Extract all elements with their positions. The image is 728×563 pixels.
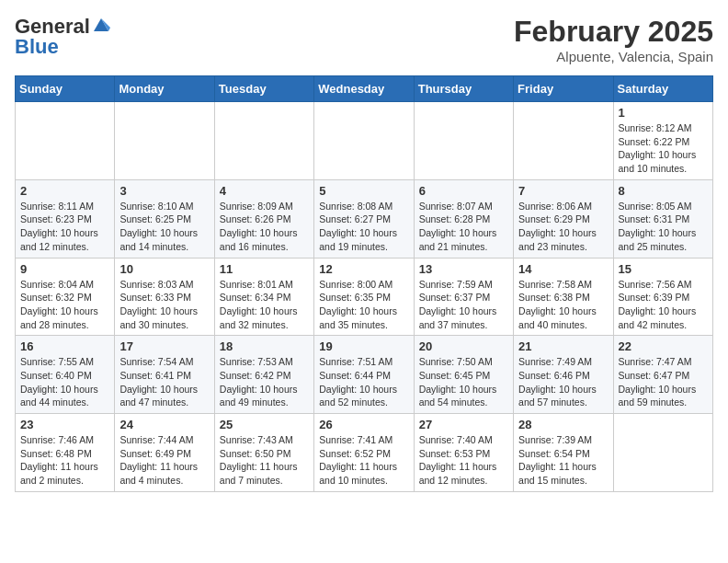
day-info: Sunrise: 8:12 AM Sunset: 6:22 PM Dayligh… — [619, 121, 708, 176]
calendar-week-row: 23Sunrise: 7:46 AM Sunset: 6:48 PM Dayli… — [16, 414, 713, 492]
calendar-cell: 23Sunrise: 7:46 AM Sunset: 6:48 PM Dayli… — [16, 414, 115, 492]
calendar-cell: 6Sunrise: 8:07 AM Sunset: 6:28 PM Daylig… — [414, 179, 513, 258]
day-number: 2 — [20, 184, 109, 198]
day-number: 26 — [319, 418, 408, 431]
calendar-cell: 8Sunrise: 8:05 AM Sunset: 6:31 PM Daylig… — [613, 179, 712, 258]
day-number: 4 — [220, 184, 309, 198]
day-info: Sunrise: 8:03 AM Sunset: 6:33 PM Dayligh… — [119, 278, 209, 332]
calendar-cell: 28Sunrise: 7:39 AM Sunset: 6:54 PM Dayli… — [514, 414, 613, 492]
day-number: 12 — [319, 262, 408, 276]
weekday-header-monday: Monday — [115, 76, 214, 102]
day-info: Sunrise: 7:49 AM Sunset: 6:46 PM Dayligh… — [518, 355, 608, 409]
weekday-header-friday: Friday — [514, 76, 613, 102]
calendar-cell: 25Sunrise: 7:43 AM Sunset: 6:50 PM Dayli… — [214, 414, 313, 492]
page-header: General Blue February 2025 Alpuente, Val… — [15, 15, 713, 64]
calendar-cell — [613, 414, 712, 492]
day-info: Sunrise: 8:07 AM Sunset: 6:28 PM Dayligh… — [419, 200, 508, 254]
calendar-cell: 26Sunrise: 7:41 AM Sunset: 6:52 PM Dayli… — [314, 414, 414, 492]
calendar-cell: 3Sunrise: 8:10 AM Sunset: 6:25 PM Daylig… — [115, 179, 214, 258]
day-number: 24 — [119, 418, 209, 431]
calendar-cell: 27Sunrise: 7:40 AM Sunset: 6:53 PM Dayli… — [414, 414, 513, 492]
day-number: 22 — [619, 339, 708, 353]
day-info: Sunrise: 7:56 AM Sunset: 6:39 PM Dayligh… — [619, 278, 708, 332]
day-number: 5 — [319, 184, 408, 198]
weekday-header-row: SundayMondayTuesdayWednesdayThursdayFrid… — [16, 76, 713, 102]
day-info: Sunrise: 8:06 AM Sunset: 6:29 PM Dayligh… — [518, 200, 608, 254]
day-number: 21 — [518, 339, 608, 353]
day-number: 13 — [419, 262, 508, 276]
day-number: 17 — [119, 339, 209, 353]
calendar-cell: 22Sunrise: 7:47 AM Sunset: 6:47 PM Dayli… — [613, 336, 712, 414]
title-block: February 2025 Alpuente, Valencia, Spain — [514, 15, 713, 64]
day-info: Sunrise: 8:08 AM Sunset: 6:27 PM Dayligh… — [319, 200, 408, 254]
day-number: 18 — [220, 339, 309, 353]
day-info: Sunrise: 8:10 AM Sunset: 6:25 PM Dayligh… — [119, 200, 209, 254]
day-number: 1 — [619, 106, 708, 120]
calendar-cell: 13Sunrise: 7:59 AM Sunset: 6:37 PM Dayli… — [414, 258, 513, 336]
day-info: Sunrise: 8:04 AM Sunset: 6:32 PM Dayligh… — [20, 278, 109, 332]
day-number: 9 — [20, 262, 109, 276]
calendar-week-row: 1Sunrise: 8:12 AM Sunset: 6:22 PM Daylig… — [16, 102, 713, 180]
calendar-cell: 7Sunrise: 8:06 AM Sunset: 6:29 PM Daylig… — [514, 179, 613, 258]
calendar-cell — [314, 102, 414, 180]
day-info: Sunrise: 7:44 AM Sunset: 6:49 PM Dayligh… — [119, 433, 209, 488]
calendar-cell — [214, 102, 313, 180]
calendar-cell: 18Sunrise: 7:53 AM Sunset: 6:42 PM Dayli… — [214, 336, 313, 414]
day-number: 28 — [518, 418, 608, 431]
weekday-header-thursday: Thursday — [414, 76, 513, 102]
calendar-cell — [414, 102, 513, 180]
day-number: 10 — [119, 262, 209, 276]
day-info: Sunrise: 7:40 AM Sunset: 6:53 PM Dayligh… — [419, 433, 508, 488]
logo-icon — [92, 15, 110, 33]
calendar-cell — [514, 102, 613, 180]
calendar-cell — [16, 102, 115, 180]
calendar-week-row: 16Sunrise: 7:55 AM Sunset: 6:40 PM Dayli… — [16, 336, 713, 414]
calendar-cell: 2Sunrise: 8:11 AM Sunset: 6:23 PM Daylig… — [16, 179, 115, 258]
calendar-cell: 19Sunrise: 7:51 AM Sunset: 6:44 PM Dayli… — [314, 336, 414, 414]
day-info: Sunrise: 7:55 AM Sunset: 6:40 PM Dayligh… — [20, 355, 109, 409]
day-info: Sunrise: 7:51 AM Sunset: 6:44 PM Dayligh… — [319, 355, 408, 409]
day-number: 3 — [119, 184, 209, 198]
day-info: Sunrise: 8:00 AM Sunset: 6:35 PM Dayligh… — [319, 278, 408, 332]
calendar-cell: 5Sunrise: 8:08 AM Sunset: 6:27 PM Daylig… — [314, 179, 414, 258]
calendar-cell: 14Sunrise: 7:58 AM Sunset: 6:38 PM Dayli… — [514, 258, 613, 336]
day-number: 7 — [518, 184, 608, 198]
calendar-cell: 11Sunrise: 8:01 AM Sunset: 6:34 PM Dayli… — [214, 258, 313, 336]
calendar-cell: 15Sunrise: 7:56 AM Sunset: 6:39 PM Dayli… — [613, 258, 712, 336]
location-subtitle: Alpuente, Valencia, Spain — [514, 49, 713, 64]
day-number: 23 — [20, 418, 109, 431]
calendar-week-row: 2Sunrise: 8:11 AM Sunset: 6:23 PM Daylig… — [16, 179, 713, 258]
month-title: February 2025 — [514, 15, 713, 49]
day-info: Sunrise: 8:11 AM Sunset: 6:23 PM Dayligh… — [20, 200, 109, 254]
weekday-header-saturday: Saturday — [613, 76, 712, 102]
calendar-cell: 17Sunrise: 7:54 AM Sunset: 6:41 PM Dayli… — [115, 336, 214, 414]
weekday-header-tuesday: Tuesday — [214, 76, 313, 102]
day-number: 8 — [619, 184, 708, 198]
day-number: 16 — [20, 339, 109, 353]
day-info: Sunrise: 7:54 AM Sunset: 6:41 PM Dayligh… — [119, 355, 209, 409]
day-info: Sunrise: 7:47 AM Sunset: 6:47 PM Dayligh… — [619, 355, 708, 409]
day-info: Sunrise: 7:39 AM Sunset: 6:54 PM Dayligh… — [518, 433, 608, 488]
calendar-cell: 10Sunrise: 8:03 AM Sunset: 6:33 PM Dayli… — [115, 258, 214, 336]
calendar-cell: 16Sunrise: 7:55 AM Sunset: 6:40 PM Dayli… — [16, 336, 115, 414]
day-number: 27 — [419, 418, 508, 431]
day-info: Sunrise: 7:53 AM Sunset: 6:42 PM Dayligh… — [220, 355, 309, 409]
day-number: 15 — [619, 262, 708, 276]
calendar-week-row: 9Sunrise: 8:04 AM Sunset: 6:32 PM Daylig… — [16, 258, 713, 336]
day-info: Sunrise: 7:50 AM Sunset: 6:45 PM Dayligh… — [419, 355, 508, 409]
calendar-cell: 24Sunrise: 7:44 AM Sunset: 6:49 PM Dayli… — [115, 414, 214, 492]
calendar-cell: 1Sunrise: 8:12 AM Sunset: 6:22 PM Daylig… — [613, 102, 712, 180]
day-info: Sunrise: 8:09 AM Sunset: 6:26 PM Dayligh… — [220, 200, 309, 254]
day-info: Sunrise: 7:46 AM Sunset: 6:48 PM Dayligh… — [20, 433, 109, 488]
calendar-cell: 4Sunrise: 8:09 AM Sunset: 6:26 PM Daylig… — [214, 179, 313, 258]
weekday-header-sunday: Sunday — [16, 76, 115, 102]
calendar-cell: 9Sunrise: 8:04 AM Sunset: 6:32 PM Daylig… — [16, 258, 115, 336]
calendar-cell: 20Sunrise: 7:50 AM Sunset: 6:45 PM Dayli… — [414, 336, 513, 414]
day-number: 11 — [220, 262, 309, 276]
calendar-cell: 12Sunrise: 8:00 AM Sunset: 6:35 PM Dayli… — [314, 258, 414, 336]
logo: General Blue — [15, 15, 110, 59]
day-info: Sunrise: 8:05 AM Sunset: 6:31 PM Dayligh… — [619, 200, 708, 254]
day-info: Sunrise: 7:43 AM Sunset: 6:50 PM Dayligh… — [220, 433, 309, 488]
day-number: 6 — [419, 184, 508, 198]
day-info: Sunrise: 7:41 AM Sunset: 6:52 PM Dayligh… — [319, 433, 408, 488]
